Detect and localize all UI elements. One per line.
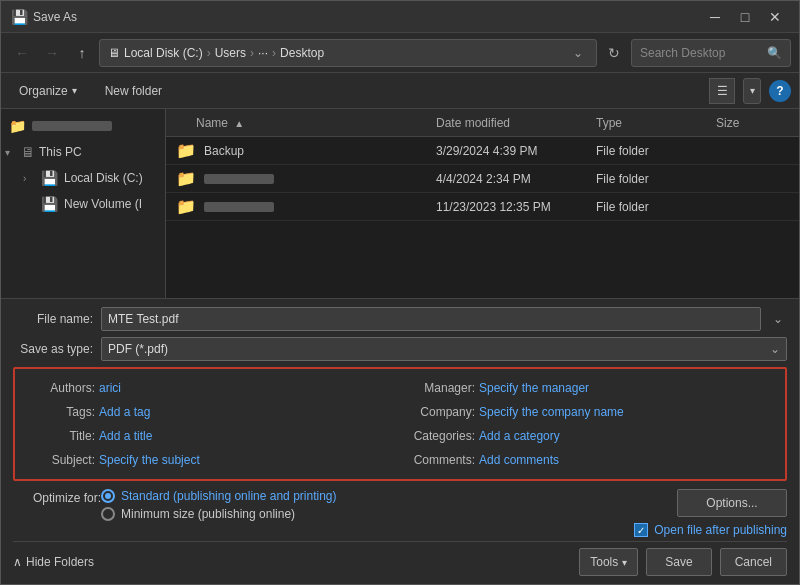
col-name-label: Name: [196, 116, 228, 130]
save-as-type-row: Save as type: PDF (*.pdf) ⌄: [13, 337, 787, 361]
file-name-input[interactable]: MTE Test.pdf: [101, 307, 761, 331]
sidebar-item-local-disk[interactable]: › 💾 Local Disk (C:): [1, 165, 165, 191]
hide-folders-button[interactable]: ∧ Hide Folders: [13, 555, 94, 569]
optimize-section: Optimize for: Standard (publishing onlin…: [13, 489, 606, 525]
save-as-type-dropdown-icon: ⌄: [770, 342, 780, 356]
file-row-0[interactable]: 📁 Backup 3/29/2024 4:39 PM File folder: [166, 137, 799, 165]
cancel-button[interactable]: Cancel: [720, 548, 787, 576]
checkbox-check-icon: ✓: [637, 525, 645, 536]
organize-label: Organize: [19, 84, 68, 98]
view-button[interactable]: ☰: [709, 78, 735, 104]
dialog-title: Save As: [33, 10, 701, 24]
hide-folders-label: Hide Folders: [26, 555, 94, 569]
sidebar: 📁 ▾ 🖥 This PC › 💾 Local Disk (C:) 💾 New …: [1, 109, 166, 298]
close-button[interactable]: ✕: [761, 6, 789, 28]
forward-button[interactable]: →: [39, 40, 65, 66]
col-header-name[interactable]: Name ▲: [166, 116, 436, 130]
col-date-label: Date modified: [436, 116, 510, 130]
subject-label: Subject:: [25, 453, 95, 467]
search-placeholder: Search Desktop: [640, 46, 763, 60]
file-name-cell-2: 📁: [166, 197, 436, 216]
dialog-icon: 💾: [11, 9, 27, 25]
address-root-icon: 🖥: [108, 46, 120, 60]
subject-value[interactable]: Specify the subject: [99, 453, 200, 467]
sidebar-item-new-volume[interactable]: 💾 New Volume (I: [1, 191, 165, 217]
options-label: Options...: [706, 496, 757, 510]
authors-value[interactable]: arici: [99, 381, 121, 395]
radio-standard-label: Standard (publishing online and printing…: [121, 489, 336, 503]
open-file-label: Open file after publishing: [654, 523, 787, 537]
address-part-3: ···: [258, 46, 268, 60]
pc-icon: 🖥: [21, 144, 35, 160]
file-name-0: Backup: [204, 144, 244, 158]
file-type-1: File folder: [596, 172, 716, 186]
file-name-dropdown-icon[interactable]: ⌄: [769, 312, 787, 326]
col-header-type[interactable]: Type: [596, 116, 716, 130]
open-file-checkbox[interactable]: ✓: [634, 523, 648, 537]
company-value[interactable]: Specify the company name: [479, 405, 624, 419]
categories-label: Categories:: [405, 429, 475, 443]
action-area: Options... ✓ Open file after publishing: [614, 489, 787, 537]
back-button[interactable]: ←: [9, 40, 35, 66]
sidebar-item-new-volume-label: New Volume (I: [64, 197, 142, 211]
radio-minimum-circle: [101, 507, 115, 521]
cancel-label: Cancel: [735, 555, 772, 569]
tags-value[interactable]: Add a tag: [99, 405, 150, 419]
manager-value[interactable]: Specify the manager: [479, 381, 589, 395]
title-bar: 💾 Save As ─ □ ✕: [1, 1, 799, 33]
col-header-size[interactable]: Size: [716, 116, 799, 130]
search-bar[interactable]: Search Desktop 🔍: [631, 39, 791, 67]
folder-icon-1: 📁: [176, 169, 196, 188]
help-button[interactable]: ?: [769, 80, 791, 102]
sidebar-item-pinned[interactable]: 📁: [1, 113, 165, 139]
options-button[interactable]: Options...: [677, 489, 787, 517]
title-value[interactable]: Add a title: [99, 429, 152, 443]
tools-button[interactable]: Tools ▾: [579, 548, 638, 576]
view-dropdown-button[interactable]: ▾: [743, 78, 761, 104]
save-button[interactable]: Save: [646, 548, 711, 576]
up-button[interactable]: ↑: [69, 40, 95, 66]
address-bar[interactable]: 🖥 Local Disk (C:) › Users › ··· › Deskto…: [99, 39, 597, 67]
file-name-cell-1: 📁: [166, 169, 436, 188]
comments-value[interactable]: Add comments: [479, 453, 559, 467]
meta-row-categories: Categories: Add a category: [405, 425, 775, 447]
save-as-type-label: Save as type:: [13, 342, 93, 356]
window-controls: ─ □ ✕: [701, 6, 789, 28]
save-label: Save: [665, 555, 692, 569]
refresh-button[interactable]: ↻: [601, 40, 627, 66]
open-file-checkbox-row[interactable]: ✓ Open file after publishing: [634, 523, 787, 537]
file-date-2: 11/23/2023 12:35 PM: [436, 200, 596, 214]
file-name-cell-0: 📁 Backup: [166, 141, 436, 160]
file-name-2: [204, 202, 274, 212]
save-as-type-select[interactable]: PDF (*.pdf) ⌄: [101, 337, 787, 361]
bottom-right: Tools ▾ Save Cancel: [579, 548, 787, 576]
radio-standard[interactable]: Standard (publishing online and printing…: [101, 489, 336, 503]
authors-label: Authors:: [25, 381, 95, 395]
sort-icon: ▲: [234, 118, 244, 129]
file-list-header: Name ▲ Date modified Type Size: [166, 109, 799, 137]
radio-options: Standard (publishing online and printing…: [101, 489, 336, 521]
local-disk-expand-icon: ›: [23, 173, 35, 184]
sidebar-item-local-disk-label: Local Disk (C:): [64, 171, 143, 185]
tools-label: Tools: [590, 555, 618, 569]
organize-button[interactable]: Organize ▾: [9, 78, 87, 104]
col-type-label: Type: [596, 116, 622, 130]
file-type-0: File folder: [596, 144, 716, 158]
company-label: Company:: [405, 405, 475, 419]
optimize-label: Optimize for:: [13, 489, 101, 505]
file-row-2[interactable]: 📁 11/23/2023 12:35 PM File folder: [166, 193, 799, 221]
new-folder-button[interactable]: New folder: [95, 78, 172, 104]
minimize-button[interactable]: ─: [701, 6, 729, 28]
file-type-2: File folder: [596, 200, 716, 214]
radio-standard-circle: [101, 489, 115, 503]
address-dropdown-icon[interactable]: ⌄: [568, 43, 588, 63]
bottom-actions: ∧ Hide Folders Tools ▾ Save Cancel: [13, 541, 787, 576]
radio-minimum[interactable]: Minimum size (publishing online): [101, 507, 336, 521]
categories-value[interactable]: Add a category: [479, 429, 560, 443]
sidebar-this-pc[interactable]: ▾ 🖥 This PC: [1, 139, 165, 165]
maximize-button[interactable]: □: [731, 6, 759, 28]
sidebar-item-label: [32, 121, 112, 131]
col-header-date[interactable]: Date modified: [436, 116, 596, 130]
file-row-1[interactable]: 📁 4/4/2024 2:34 PM File folder: [166, 165, 799, 193]
tags-label: Tags:: [25, 405, 95, 419]
